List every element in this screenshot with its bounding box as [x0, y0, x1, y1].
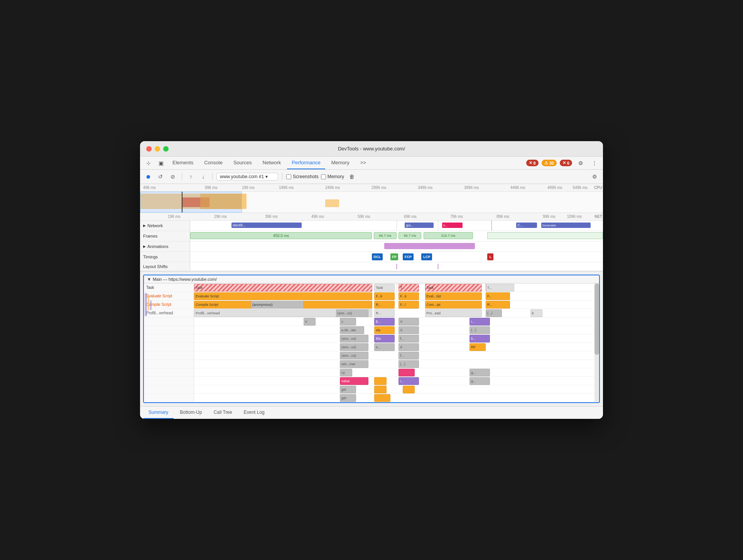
flame-block-r7-0[interactable]: (ano...us) — [340, 343, 368, 351]
tab-elements[interactable]: Elements — [168, 157, 198, 169]
flame-block-r6-0[interactable]: (ano...us) — [340, 335, 368, 342]
flame-block-r4-0[interactable]: V — [304, 318, 316, 326]
anim-block[interactable] — [384, 243, 475, 249]
flame-block-r10-1[interactable] — [399, 369, 415, 376]
clear-button[interactable]: ⊘ — [168, 172, 178, 182]
flame-block-r7-2[interactable]: d — [399, 343, 419, 351]
flame-block-r11-2[interactable]: i... — [399, 377, 419, 385]
minimize-button[interactable] — [155, 146, 160, 152]
tab-event-log[interactable]: Event Log — [238, 407, 270, 419]
flame-block-r12-2[interactable] — [403, 386, 415, 393]
info-badge[interactable]: ✕ 6 — [560, 160, 572, 166]
upload-button[interactable]: ↑ — [186, 172, 196, 182]
flame-block-compile-4[interactable]: R... — [486, 301, 510, 309]
flame-block-r7-3[interactable]: RF — [469, 343, 486, 351]
flame-block-prof-1[interactable]: R... — [374, 309, 395, 317]
network-block-2[interactable]: v... — [442, 223, 463, 228]
flame-block-compile-3[interactable]: Com...ipt — [425, 301, 482, 309]
flame-block-eval-2[interactable]: F...k — [399, 292, 419, 300]
reload-button[interactable]: ↺ — [155, 172, 165, 182]
flame-block-task-2[interactable]: T... — [399, 284, 419, 292]
flame-block-task-0[interactable]: Task — [194, 284, 372, 292]
frame-block-0[interactable]: 450.0 ms — [190, 232, 372, 239]
flame-block-compile-anon[interactable]: (anonymous) — [251, 301, 304, 309]
flame-block-r12-1[interactable] — [374, 386, 387, 393]
flame-block-r11-3[interactable]: g... — [469, 377, 490, 385]
record-button[interactable]: ⏺ — [143, 172, 153, 182]
flame-block-eval-4[interactable]: F... — [486, 292, 510, 300]
flame-block-r6-2[interactable]: f... — [399, 335, 419, 342]
flame-block-r7-1[interactable]: e... — [374, 343, 395, 351]
scrollbar-track[interactable] — [594, 283, 599, 402]
frame-block-4[interactable] — [487, 232, 603, 239]
tab-performance[interactable]: Performance — [287, 157, 325, 169]
screenshots-checkbox[interactable] — [286, 174, 291, 179]
flame-block-r4-4[interactable]: i... — [469, 318, 490, 326]
more-options-icon[interactable]: ⋮ — [589, 158, 600, 169]
flame-block-r13-0[interactable]: get — [340, 394, 356, 402]
tab-network[interactable]: Network — [258, 157, 286, 169]
flame-block-r8-0[interactable]: (ano...us) — [340, 352, 368, 359]
tab-bottom-up[interactable]: Bottom-Up — [174, 407, 207, 419]
flame-block-r5-0[interactable]: a.de...ate — [340, 326, 364, 334]
fullscreen-button[interactable] — [163, 146, 169, 152]
flame-block-r5-1[interactable]: xla — [374, 326, 395, 334]
flame-block-r13-1[interactable] — [374, 394, 390, 402]
tab-memory[interactable]: Memory — [327, 157, 354, 169]
flame-block-compile-2[interactable]: F...l — [399, 301, 419, 309]
flame-block-r4-2[interactable]: $... — [374, 318, 395, 326]
flame-block-r12-0[interactable]: get — [340, 386, 356, 393]
timing-l[interactable]: L — [487, 253, 493, 260]
frame-block-1[interactable]: 66.7 ms — [374, 232, 397, 239]
network-block-3[interactable]: C... — [516, 223, 537, 228]
flame-block-task-3[interactable]: Task — [425, 284, 482, 292]
frame-block-3[interactable]: 216.7 ms — [424, 232, 473, 239]
flame-block-prof-anon[interactable]: (ano...us) — [336, 309, 368, 317]
flame-block-r6-1[interactable]: Bla — [374, 335, 395, 342]
memory-checkbox[interactable] — [321, 174, 326, 179]
flame-block-r10-0[interactable]: cy — [340, 369, 352, 376]
tab-summary[interactable]: Summary — [143, 407, 174, 419]
flame-block-r4-3[interactable]: V — [399, 318, 419, 326]
flame-block-r5-2[interactable]: S — [399, 326, 419, 334]
flame-block-r4-1[interactable]: v — [340, 318, 356, 326]
capture-settings-icon[interactable]: ⚙ — [589, 171, 600, 182]
timing-fp[interactable]: FP — [390, 253, 398, 260]
memory-settings-icon[interactable]: 🗑 — [346, 171, 357, 182]
settings-icon[interactable]: ⚙ — [575, 158, 586, 169]
flame-block-r10-2[interactable]: g... — [469, 369, 490, 376]
flame-block-prof-4[interactable]: b — [530, 309, 543, 317]
url-select[interactable]: www.youtube.com #1 ▾ — [216, 173, 278, 180]
tab-sources[interactable]: Sources — [229, 157, 257, 169]
flame-block-r9-1[interactable]: (...) — [399, 360, 419, 368]
download-button[interactable]: ↓ — [198, 172, 208, 182]
tab-call-tree[interactable]: Call Tree — [208, 407, 238, 419]
flame-block-eval-1[interactable]: F...k — [374, 292, 395, 300]
scrollbar-thumb[interactable] — [594, 283, 599, 355]
screenshots-checkbox-label[interactable]: Screenshots — [286, 174, 319, 179]
close-button[interactable] — [146, 146, 152, 152]
network-block-4[interactable]: Generatel — [541, 223, 591, 228]
network-block-1[interactable]: gui... — [405, 223, 434, 228]
flame-block-compile-1[interactable]: R... — [374, 301, 395, 309]
flame-block-r11-0[interactable]: value — [340, 377, 368, 385]
flame-block-r5-3[interactable]: (...) — [469, 326, 490, 334]
flame-block-prof-2[interactable]: Pro...ead — [425, 309, 482, 317]
warn-badge[interactable]: ⚠ 30 — [542, 160, 557, 166]
device-toolbar-icon[interactable]: ▣ — [155, 158, 166, 169]
timing-lcp[interactable]: LCP — [421, 253, 432, 260]
timing-fcp[interactable]: FCP — [403, 253, 414, 260]
flame-block-r9-0[interactable]: win...mer — [340, 360, 368, 368]
flame-block-r8-1[interactable]: f... — [399, 352, 419, 359]
flame-block-r6-3[interactable]: b... — [469, 335, 490, 342]
flame-block-eval-3[interactable]: Eval...ript — [425, 292, 482, 300]
inspect-icon[interactable]: ⊹ — [143, 158, 154, 169]
flame-block-eval-0[interactable]: Evaluate Script — [194, 292, 372, 300]
timing-dcl[interactable]: DCL — [372, 253, 383, 260]
flame-block-task-1[interactable]: Task — [374, 284, 395, 292]
tab-more[interactable]: >> — [356, 157, 371, 169]
flame-block-task-4[interactable]: T... — [486, 284, 514, 292]
error-badge[interactable]: ✕ 8 — [526, 160, 539, 166]
tab-console[interactable]: Console — [199, 157, 227, 169]
network-block-0[interactable]: identifi... — [231, 223, 302, 228]
